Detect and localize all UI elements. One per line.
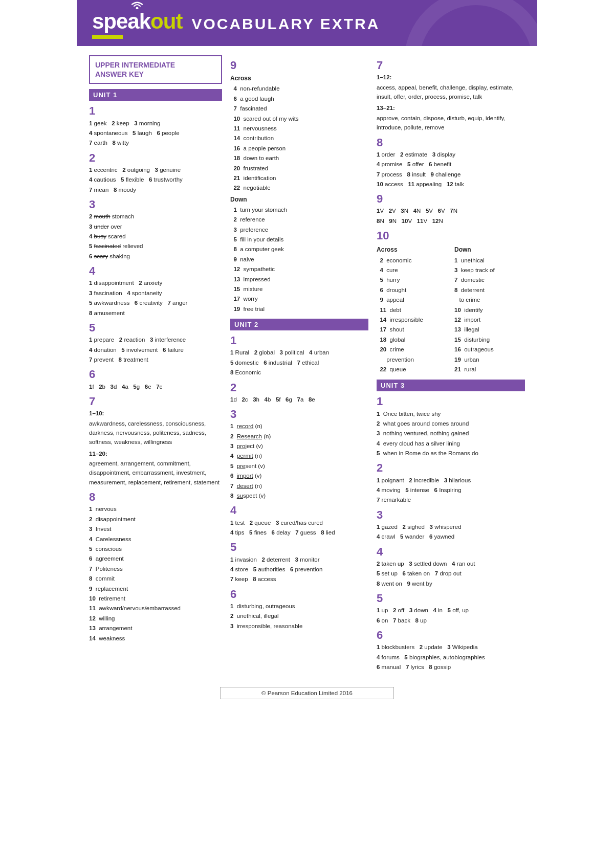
- u3-section-5-content: 1 up 2 off 3 down 4 in 5 off, up 6 on 7 …: [377, 606, 525, 625]
- section-4-num: 4: [89, 265, 222, 277]
- unit3-header: UNIT 3: [377, 380, 525, 391]
- wifi-icon: [130, 1, 144, 9]
- u2-section-2-content: 1d 2c 3h 4b 5f 6g 7a 8e: [230, 395, 368, 404]
- u3-section-2-num: 2: [377, 462, 525, 474]
- section-8-content: 1 nervous 2 disappointment 3 Invest 4 Ca…: [89, 504, 222, 642]
- r-section-10-content: Across 2 economic 4 cure 5 hurry 6 droug…: [377, 243, 525, 374]
- u2-section-6-num: 6: [230, 588, 368, 600]
- u2-section-4-content: 1 test 2 queue 3 cured/has cured 4 tips …: [230, 518, 368, 538]
- footer: © Pearson Education Limited 2016: [220, 687, 394, 699]
- r-section-7-num: 7: [377, 59, 525, 72]
- r-section-8-content: 1 order 2 estimate 3 display 4 promise 5…: [377, 150, 525, 189]
- section-9-num: 9: [230, 59, 368, 72]
- section-8-num: 8: [89, 491, 222, 503]
- section-1-num: 1: [89, 105, 222, 117]
- r-section-9-num: 9: [377, 193, 525, 205]
- u3-section-5-num: 5: [377, 592, 525, 605]
- r-section-8-num: 8: [377, 137, 525, 149]
- u3-section-4-num: 4: [377, 546, 525, 558]
- u2-section-3-num: 3: [230, 408, 368, 420]
- u3-section-3-content: 1 gazed 2 sighed 3 whispered 4 crawl 5 w…: [377, 522, 525, 542]
- section-6-content: 1f 2b 3d 4a 5g 6e 7c: [89, 382, 222, 391]
- section-3-content: 2 mouth stomach 3 under over 4 busy scar…: [89, 212, 222, 261]
- u2-section-1-content: 1 Rural 2 global 3 political 4 urban 5 d…: [230, 348, 368, 377]
- u2-section-3-content: 1 record (n) 2 Research (n) 3 project (v…: [230, 421, 368, 500]
- section-2-num: 2: [89, 152, 222, 164]
- section-4-content: 1 disappointment 2 anxiety 3 fascination…: [89, 278, 222, 318]
- u2-section-5-content: 1 invasion 2 deterrent 3 monitor 4 store…: [230, 555, 368, 584]
- r-section-10-down: Down 1 unethical 3 keep track of 7 domes…: [454, 243, 525, 374]
- middle-column: 9 Across 4 non-refundable 6 a good laugh…: [230, 55, 368, 673]
- unit2-header: UNIT 2: [230, 319, 368, 330]
- vocab-extra-label: VOCABULARY EXTRA: [191, 15, 380, 33]
- section-5-content: 1 prepare 2 reaction 3 interference 4 do…: [89, 335, 222, 364]
- section-9-across: Across 4 non-refundable 6 a good laugh 7…: [230, 74, 368, 192]
- u3-section-2-content: 1 poignant 2 incredible 3 hilarious 4 mo…: [377, 476, 525, 505]
- footer-text: © Pearson Education Limited 2016: [261, 690, 353, 696]
- section-9-down: Down 1 turn your stomach 2 reference 3 p…: [230, 195, 368, 314]
- u2-section-5-num: 5: [230, 541, 368, 553]
- r-section-10-num: 10: [377, 230, 525, 242]
- section-7-content: 1–10: awkwardness, carelessness, conscio…: [89, 409, 222, 487]
- u3-section-6-num: 6: [377, 629, 525, 641]
- u3-section-3-num: 3: [377, 509, 525, 521]
- left-column: UPPER INTERMEDIATEANSWER KEY UNIT 1 1 1 …: [89, 55, 222, 673]
- unit1-header: UNIT 1: [89, 89, 222, 101]
- u3-section-1-content: 1 Once bitten, twice shy 2 what goes aro…: [377, 409, 525, 458]
- section-3-num: 3: [89, 198, 222, 211]
- u3-section-1-num: 1: [377, 395, 525, 408]
- r-section-10-across: Across 2 economic 4 cure 5 hurry 6 droug…: [377, 243, 447, 374]
- page-header: speakout VOCABULARY EXTRA: [77, 0, 537, 46]
- u2-section-4-num: 4: [230, 504, 368, 517]
- logo-speak: speak: [92, 9, 150, 33]
- section-6-num: 6: [89, 368, 222, 381]
- logo: speakout VOCABULARY EXTRA: [92, 9, 380, 39]
- r-section-9-content: 1V 2V 3N 4N 5V 6V 7N 8N 9N 10V 11V 12N: [377, 206, 525, 226]
- r-section-7-content: 1–12: access, appeal, benefit, challenge…: [377, 73, 525, 132]
- section-1-content: 1 geek 2 keep 3 morning 4 spontaneous 5 …: [89, 119, 222, 148]
- u3-section-4-content: 2 taken up 3 settled down 4 ran out 5 se…: [377, 559, 525, 588]
- u2-section-6-content: 1 disturbing, outrageous 2 unethical, il…: [230, 602, 368, 631]
- u2-section-2-num: 2: [230, 382, 368, 394]
- logo-out: out: [150, 9, 182, 33]
- section-7-num: 7: [89, 395, 222, 408]
- answer-key-title: UPPER INTERMEDIATEANSWER KEY: [95, 60, 216, 79]
- svg-point-0: [136, 7, 139, 10]
- section-2-content: 1 eccentric 2 outgoing 3 genuine 4 cauti…: [89, 165, 222, 194]
- section-5-num: 5: [89, 322, 222, 334]
- right-column: 7 1–12: access, appeal, benefit, challen…: [377, 55, 525, 673]
- answer-key-box: UPPER INTERMEDIATEANSWER KEY: [89, 55, 222, 84]
- u3-section-6-content: 1 blockbusters 2 update 3 Wikipedia 4 fo…: [377, 642, 525, 672]
- main-content: UPPER INTERMEDIATEANSWER KEY UNIT 1 1 1 …: [77, 46, 537, 678]
- u2-section-1-num: 1: [230, 335, 368, 347]
